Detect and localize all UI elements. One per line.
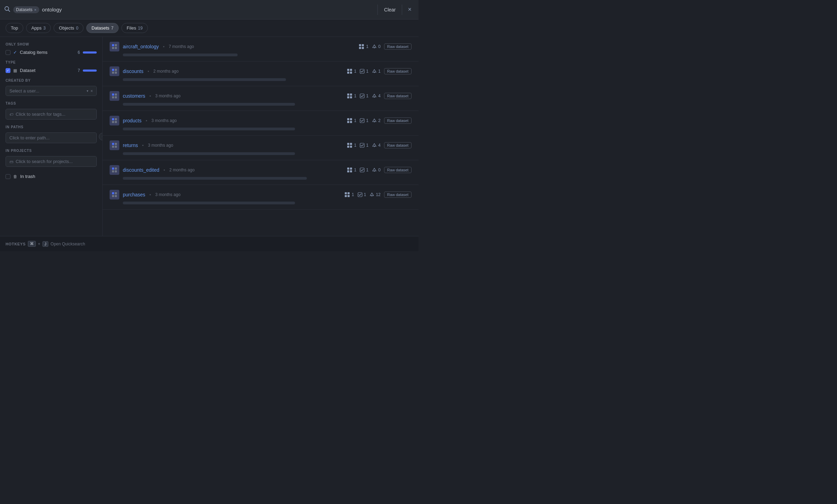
raw-badge[interactable]: Raw dataset <box>384 117 412 124</box>
svg-rect-6 <box>359 44 361 46</box>
action-stat-1: 1 <box>345 192 354 197</box>
result-actions: 1 1 4 Raw dataset <box>347 93 412 99</box>
created-by-clear-icon[interactable]: × <box>90 89 93 94</box>
action-stat-2: 1 <box>372 69 381 74</box>
result-actions: 1 1 4 Raw dataset <box>347 142 412 148</box>
raw-badge[interactable]: Raw dataset <box>384 142 412 148</box>
catalog-items-checkbox[interactable] <box>6 50 10 55</box>
svg-rect-47 <box>347 146 349 148</box>
result-item: purchases • 3 months ago 1 1 12 <box>103 185 418 210</box>
raw-badge[interactable]: Raw dataset <box>384 68 412 74</box>
result-name[interactable]: discounts <box>123 68 143 74</box>
raw-badge[interactable]: Raw dataset <box>384 167 412 173</box>
result-time: 2 months ago <box>169 168 195 172</box>
action-stat-1: 1 <box>359 44 368 49</box>
tab-files[interactable]: Files 19 <box>121 23 148 33</box>
created-by-label: CREATED BY <box>6 79 97 82</box>
result-actions: 1 1 1 Raw dataset <box>347 68 412 74</box>
raw-badge[interactable]: Raw dataset <box>384 93 412 99</box>
action-stat-check: 1 <box>358 192 366 197</box>
clear-button[interactable]: Clear <box>381 6 399 14</box>
svg-rect-53 <box>112 170 114 172</box>
result-header: purchases • 3 months ago 1 1 12 <box>110 190 412 200</box>
dataset-filter-bar <box>83 70 97 72</box>
dataset-checkbox[interactable] <box>6 68 10 73</box>
action-stat-2: 0 <box>372 44 381 49</box>
result-header: discounts • 2 months ago 1 1 1 <box>110 66 412 76</box>
svg-rect-13 <box>112 72 114 74</box>
action-stat-check: 1 <box>360 94 368 98</box>
tag-search-icon: 🏷 <box>9 112 13 116</box>
tags-input[interactable]: 🏷 Click to search for tags... <box>6 109 97 120</box>
result-name[interactable]: returns <box>123 143 138 148</box>
result-name[interactable]: purchases <box>123 192 145 197</box>
result-item: discounts • 2 months ago 1 1 1 <box>103 62 418 86</box>
svg-rect-22 <box>115 94 117 96</box>
svg-rect-27 <box>347 96 349 98</box>
result-preview <box>123 128 295 130</box>
result-name[interactable]: discounts_edited <box>123 167 159 173</box>
svg-rect-62 <box>115 192 117 194</box>
hotkey-j: J <box>42 241 49 247</box>
svg-rect-48 <box>350 146 352 148</box>
svg-rect-11 <box>112 69 114 71</box>
in-paths-label: IN PATHS <box>6 125 97 129</box>
svg-rect-51 <box>112 168 114 170</box>
action-stat-check: 1 <box>360 143 368 148</box>
dataset-icon <box>110 91 119 101</box>
catalog-items-row: ✓ Catalog items 6 <box>6 50 97 55</box>
svg-rect-56 <box>350 168 352 170</box>
raw-badge[interactable]: Raw dataset <box>384 192 412 198</box>
close-button[interactable]: × <box>405 5 414 15</box>
raw-badge[interactable]: Raw dataset <box>384 43 412 50</box>
in-trash-checkbox[interactable] <box>6 174 10 179</box>
result-name[interactable]: aircraft_ontology <box>123 44 159 49</box>
hotkeys-bar: HOTKEYS ⌘ + J Open Quicksearch <box>0 236 418 251</box>
svg-rect-54 <box>115 170 117 172</box>
svg-rect-38 <box>350 121 352 123</box>
search-tag-datasets[interactable]: Datasets × <box>13 6 39 13</box>
result-actions: 1 0 Raw dataset <box>359 43 412 50</box>
svg-rect-15 <box>347 69 349 71</box>
result-header: aircraft_ontology • 7 months ago 1 0 Raw… <box>110 42 412 51</box>
action-stat-1: 1 <box>347 143 357 148</box>
action-stat-2: 12 <box>369 192 380 197</box>
results-area: aircraft_ontology • 7 months ago 1 0 Raw… <box>103 37 418 236</box>
svg-line-1 <box>8 10 10 11</box>
action-stat-check: 1 <box>360 168 368 172</box>
svg-rect-58 <box>350 170 352 172</box>
action-stat-2: 2 <box>372 118 381 123</box>
tab-apps-count: 3 <box>43 26 46 31</box>
tab-apps-label: Apps <box>31 25 42 31</box>
tab-datasets[interactable]: Datasets 7 <box>86 23 119 33</box>
hotkeys-label: HOTKEYS <box>6 242 26 246</box>
svg-rect-67 <box>345 195 347 197</box>
in-trash-row: 🗑 In trash <box>6 174 97 179</box>
svg-rect-34 <box>115 121 117 123</box>
search-tag-close[interactable]: × <box>34 8 36 12</box>
svg-rect-3 <box>115 44 117 46</box>
created-by-select[interactable]: Select a user... ▾ × <box>6 86 97 96</box>
tab-datasets-count: 7 <box>111 26 113 31</box>
tab-apps[interactable]: Apps 3 <box>26 23 51 33</box>
projects-input[interactable]: 🗃 Click to search for projects... <box>6 156 97 167</box>
svg-rect-8 <box>359 47 361 49</box>
collapse-sidebar-button[interactable]: ‹ <box>99 133 103 140</box>
svg-rect-23 <box>112 96 114 98</box>
tab-top[interactable]: Top <box>6 23 23 33</box>
svg-rect-55 <box>347 168 349 170</box>
svg-rect-64 <box>115 195 117 197</box>
svg-rect-43 <box>112 146 114 148</box>
stat2-value: 0 <box>378 44 381 49</box>
svg-rect-36 <box>350 118 352 120</box>
search-input[interactable] <box>42 7 375 13</box>
paths-input[interactable]: Click to enter path... <box>6 132 97 143</box>
result-time: 3 months ago <box>151 118 177 123</box>
svg-rect-17 <box>347 72 349 74</box>
result-name[interactable]: products <box>123 118 142 123</box>
stat1-value: 1 <box>366 44 368 49</box>
chevron-down-icon: ▾ <box>87 89 88 93</box>
result-name[interactable]: customers <box>123 93 145 99</box>
tab-objects[interactable]: Objects 0 <box>54 23 83 33</box>
svg-rect-4 <box>112 47 114 49</box>
